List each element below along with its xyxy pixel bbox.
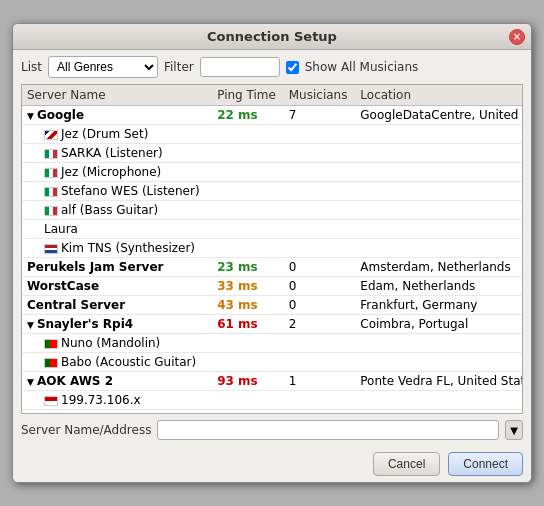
table-row[interactable]: Jez (Drum Set)	[22, 125, 522, 144]
cell-musicians	[284, 144, 356, 163]
cell-server-name: Nuno (Mandolin)	[22, 334, 212, 353]
cell-musicians: 2	[284, 315, 356, 334]
cell-ping: 61 ms	[212, 315, 284, 334]
server-address-label: Server Name/Address	[21, 423, 151, 437]
cell-server-name: WorstCase	[22, 277, 212, 296]
cell-location: Edam, Netherlands	[355, 277, 522, 296]
cell-location	[355, 163, 522, 182]
cell-server-name: Perukels Jam Server	[22, 258, 212, 277]
cell-location	[355, 353, 522, 372]
titlebar: Connection Setup ×	[13, 24, 531, 50]
cell-server-name: Jez (Microphone)	[22, 163, 212, 182]
close-button[interactable]: ×	[509, 29, 525, 45]
connection-setup-dialog: Connection Setup × List All Genres Rock …	[12, 23, 532, 483]
table-row[interactable]: Babo (Acoustic Guitar)	[22, 353, 522, 372]
cell-ping: 23 ms	[212, 258, 284, 277]
cell-ping: 22 ms	[212, 106, 284, 125]
server-table: Server Name Ping Time Musicians Location…	[22, 85, 522, 414]
table-row[interactable]: Jez (Microphone)	[22, 163, 522, 182]
cell-musicians: 7	[284, 106, 356, 125]
cell-location	[355, 201, 522, 220]
cell-server-name: alf (Bass Guitar)	[22, 201, 212, 220]
cell-server-name: SARKA (Listener)	[22, 144, 212, 163]
toolbar: List All Genres Rock Jazz Classical Filt…	[13, 50, 531, 84]
table-row[interactable]: WorstCase33 ms0Edam, Netherlands	[22, 277, 522, 296]
cell-musicians: 0	[284, 258, 356, 277]
cell-musicians	[284, 391, 356, 410]
col-header-name: Server Name	[22, 85, 212, 106]
list-dropdown[interactable]: All Genres Rock Jazz Classical	[48, 56, 158, 78]
table-row[interactable]: 199.73.106.x	[22, 391, 522, 410]
col-header-location: Location	[355, 85, 522, 106]
cell-location	[355, 182, 522, 201]
cell-musicians	[284, 220, 356, 239]
cell-musicians	[284, 334, 356, 353]
cell-ping: 33 ms	[212, 277, 284, 296]
cell-musicians: 1	[284, 372, 356, 391]
table-row[interactable]: ▼Snayler's Rpi461 ms2Coimbra, Portugal	[22, 315, 522, 334]
cell-ping	[212, 201, 284, 220]
cell-musicians	[284, 163, 356, 182]
server-table-container: Server Name Ping Time Musicians Location…	[21, 84, 523, 414]
cell-ping	[212, 220, 284, 239]
list-label: List	[21, 60, 42, 74]
cell-location: Ponte Vedra FL, United States	[355, 372, 522, 391]
cell-musicians	[284, 353, 356, 372]
cell-musicians	[284, 125, 356, 144]
cell-location	[355, 125, 522, 144]
filter-input[interactable]	[200, 57, 280, 77]
bottom-bar: Server Name/Address ▼	[13, 414, 531, 446]
cell-musicians	[284, 182, 356, 201]
cell-ping	[212, 391, 284, 410]
cell-server-name: Laura	[22, 220, 212, 239]
cell-server-name: Jez (Drum Set)	[22, 125, 212, 144]
cell-location: Coimbra, Portugal	[355, 315, 522, 334]
cell-server-name: 199.73.106.x	[22, 391, 212, 410]
cell-musicians: 0	[284, 296, 356, 315]
cancel-button[interactable]: Cancel	[373, 452, 440, 476]
table-row[interactable]: ▼Google22 ms7GoogleDataCentre, United Ki…	[22, 106, 522, 125]
cell-location: Amsterdam, Netherlands	[355, 258, 522, 277]
table-row[interactable]: Perukels Jam Server23 ms0Amsterdam, Neth…	[22, 258, 522, 277]
cell-ping	[212, 144, 284, 163]
cell-ping	[212, 182, 284, 201]
table-row[interactable]: Laura	[22, 220, 522, 239]
cell-location	[355, 334, 522, 353]
cell-ping	[212, 163, 284, 182]
cell-location	[355, 239, 522, 258]
cell-server-name: ▼AOK AWS 2	[22, 372, 212, 391]
show-musicians-checkbox[interactable]	[286, 61, 299, 74]
server-address-dropdown[interactable]: ▼	[505, 420, 523, 440]
cell-musicians	[284, 239, 356, 258]
cell-ping: 93 ms	[212, 372, 284, 391]
cell-server-name: ▼Snayler's Rpi4	[22, 315, 212, 334]
server-address-input[interactable]	[157, 420, 499, 440]
table-row[interactable]: alf (Bass Guitar)	[22, 201, 522, 220]
cell-server-name: Stefano WES (Listener)	[22, 182, 212, 201]
cell-location	[355, 144, 522, 163]
button-bar: Cancel Connect	[13, 446, 531, 482]
table-row[interactable]: SARKA (Listener)	[22, 144, 522, 163]
cell-ping	[212, 239, 284, 258]
cell-location	[355, 220, 522, 239]
cell-musicians: 0	[284, 277, 356, 296]
table-row[interactable]: ▼AOK AWS 293 ms1Ponte Vedra FL, United S…	[22, 372, 522, 391]
cell-server-name: ▼Google	[22, 106, 212, 125]
cell-server-name: Babo (Acoustic Guitar)	[22, 353, 212, 372]
cell-server-name: Central Server	[22, 296, 212, 315]
cell-ping	[212, 125, 284, 144]
table-row[interactable]: Nuno (Mandolin)	[22, 334, 522, 353]
cell-location	[355, 391, 522, 410]
table-row[interactable]: Kim TNS (Synthesizer)	[22, 239, 522, 258]
connect-button[interactable]: Connect	[448, 452, 523, 476]
cell-ping: 43 ms	[212, 296, 284, 315]
table-row[interactable]: Central Server43 ms0Frankfurt, Germany	[22, 296, 522, 315]
filter-label: Filter	[164, 60, 194, 74]
cell-ping	[212, 334, 284, 353]
show-musicians-label: Show All Musicians	[305, 60, 419, 74]
cell-location: Frankfurt, Germany	[355, 296, 522, 315]
dialog-title: Connection Setup	[207, 29, 337, 44]
cell-ping	[212, 353, 284, 372]
table-row[interactable]: Stefano WES (Listener)	[22, 182, 522, 201]
cell-musicians	[284, 201, 356, 220]
